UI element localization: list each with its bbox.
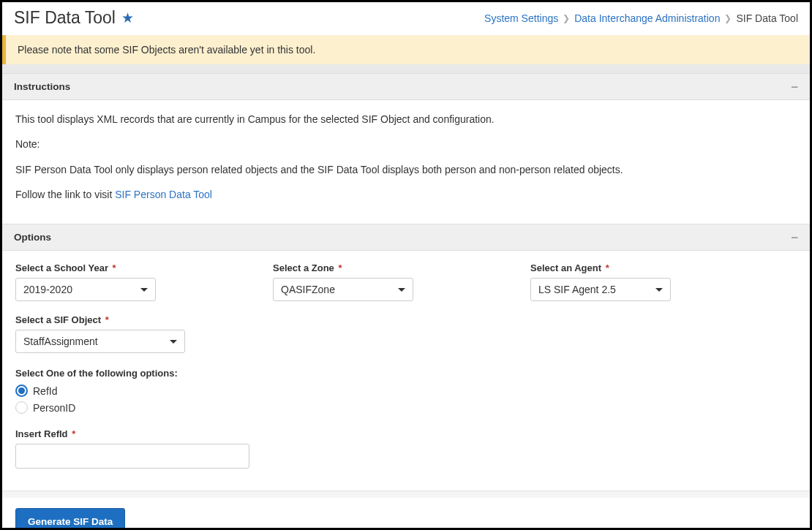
chevron-right-icon: ❯ — [563, 13, 570, 23]
options-body: Select a School Year * 2019-2020 Select … — [2, 251, 810, 491]
refid-input-label: Insert RefId * — [15, 428, 797, 439]
agent-label: Select an Agent * — [530, 262, 671, 273]
breadcrumb-current: SIF Data Tool — [736, 12, 798, 24]
collapse-icon[interactable]: – — [792, 231, 798, 243]
school-year-value: 2019-2020 — [23, 284, 72, 295]
chevron-right-icon: ❯ — [724, 13, 732, 23]
school-year-field: Select a School Year * 2019-2020 — [15, 262, 156, 301]
instructions-intro: This tool displays XML records that are … — [15, 112, 797, 126]
note-label: Note: — [15, 137, 797, 151]
required-indicator: * — [338, 262, 342, 273]
radio-refid-label: RefId — [33, 385, 57, 397]
school-year-dropdown[interactable]: 2019-2020 — [15, 278, 156, 301]
sif-object-field: Select a SIF Object * StaffAssignment — [15, 314, 797, 353]
radio-icon — [15, 401, 28, 414]
school-year-label: Select a School Year * — [15, 262, 156, 273]
instructions-header[interactable]: Instructions – — [2, 73, 810, 100]
required-indicator: * — [105, 314, 109, 325]
zone-label: Select a Zone * — [273, 262, 413, 273]
agent-field: Select an Agent * LS SIF Agent 2.5 — [530, 262, 671, 301]
radio-group-label: Select One of the following options: — [15, 368, 797, 379]
required-indicator: * — [113, 262, 116, 273]
instructions-title: Instructions — [14, 81, 70, 92]
spacer — [2, 64, 810, 73]
page-title: SIF Data Tool — [14, 8, 116, 28]
zone-value: QASIFZone — [281, 284, 335, 295]
form-row-1: Select a School Year * 2019-2020 Select … — [15, 262, 797, 301]
agent-value: LS SIF Agent 2.5 — [538, 284, 616, 295]
radio-icon — [15, 385, 28, 397]
note-text: SIF Person Data Tool only displays perso… — [15, 162, 797, 177]
sif-object-dropdown[interactable]: StaffAssignment — [15, 330, 185, 353]
follow-link-paragraph: Follow the link to visit SIF Person Data… — [15, 187, 797, 202]
collapse-icon[interactable]: – — [792, 80, 798, 93]
follow-prefix: Follow the link to visit — [15, 189, 115, 200]
instructions-body: This tool displays XML records that are … — [2, 100, 810, 224]
agent-dropdown[interactable]: LS SIF Agent 2.5 — [530, 278, 671, 301]
sif-object-label: Select a SIF Object * — [15, 314, 797, 325]
page-header: SIF Data Tool ★ System Settings ❯ Data I… — [2, 2, 810, 35]
sif-object-value: StaffAssignment — [23, 336, 98, 347]
sif-person-data-tool-link[interactable]: SIF Person Data Tool — [115, 189, 212, 200]
refid-input-field: Insert RefId * — [15, 428, 797, 469]
zone-dropdown[interactable]: QASIFZone — [273, 278, 413, 301]
footer-divider — [2, 491, 810, 498]
footer-actions: Generate SIF Data — [2, 498, 810, 530]
breadcrumb-link-system-settings[interactable]: System Settings — [484, 12, 558, 24]
alert-text: Please note that some SIF Objects aren't… — [18, 44, 315, 56]
generate-sif-data-button[interactable]: Generate SIF Data — [15, 508, 125, 530]
breadcrumb: System Settings ❯ Data Interchange Admin… — [484, 12, 798, 24]
radio-option-refid[interactable]: RefId — [15, 385, 797, 397]
breadcrumb-link-data-interchange[interactable]: Data Interchange Administration — [574, 12, 720, 24]
radio-personid-label: PersonID — [33, 402, 75, 414]
options-title: Options — [14, 232, 51, 243]
favorite-star-icon[interactable]: ★ — [121, 10, 134, 26]
zone-field: Select a Zone * QASIFZone — [273, 262, 413, 301]
options-header[interactable]: Options – — [2, 224, 810, 251]
header-left: SIF Data Tool ★ — [14, 8, 134, 28]
required-indicator: * — [72, 428, 75, 439]
warning-alert: Please note that some SIF Objects aren't… — [2, 35, 810, 64]
refid-input[interactable] — [15, 444, 249, 469]
required-indicator: * — [606, 262, 609, 273]
radio-option-personid[interactable]: PersonID — [15, 401, 797, 414]
